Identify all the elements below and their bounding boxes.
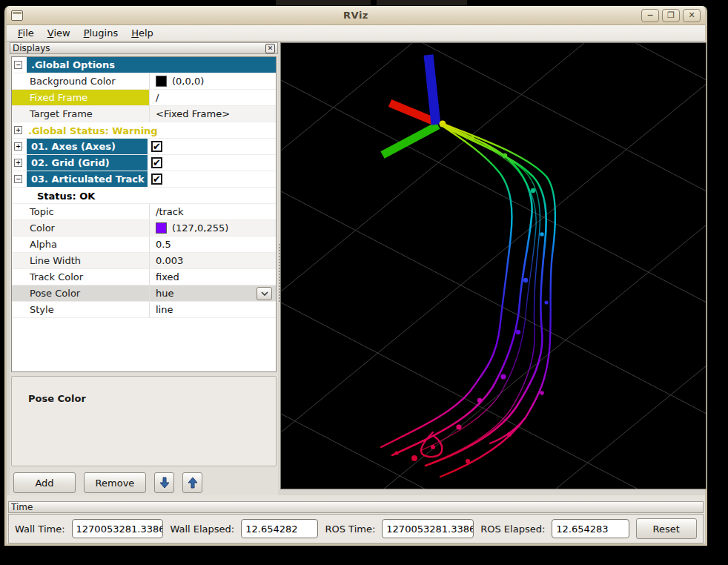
time-label-wall-elapsed: Wall Elapsed: <box>170 523 234 535</box>
prop-value-color[interactable]: (127,0,255) <box>149 220 276 236</box>
menu-plugins[interactable]: Plugins <box>77 26 125 40</box>
prop-value-text-color: (127,0,255) <box>172 222 228 234</box>
displays-buttons-row: Add Remove <box>11 471 277 495</box>
time-input-ros-elapsed[interactable]: 12.654283 <box>552 519 629 538</box>
prop-label-topic[interactable]: Topic <box>12 204 149 219</box>
tree-row-alpha[interactable]: Alpha0.5 <box>12 237 276 253</box>
tree-row-fixed-frame[interactable]: Fixed Frame/ <box>12 90 276 106</box>
enabled-checkbox-articulated-track[interactable]: ✔ <box>151 174 162 185</box>
tree-row-topic[interactable]: Topic/track <box>12 204 276 220</box>
tree-row-status-ok[interactable]: Status: OK <box>12 188 276 204</box>
displays-panel-titlebar[interactable]: Displays ✕ <box>10 42 278 54</box>
arrow-down-icon <box>159 477 170 489</box>
status-ok-label: Status: OK <box>37 191 95 202</box>
tree-row-global-options[interactable]: −.Global Options <box>12 57 276 73</box>
prop-value-topic[interactable]: /track <box>149 204 276 219</box>
time-panel-titlebar[interactable]: Time <box>8 501 704 513</box>
background-window-fragment <box>276 0 371 5</box>
menu-file[interactable]: File <box>11 26 41 40</box>
prop-value-text-track-color: fixed <box>156 271 179 282</box>
time-input-wall-elapsed[interactable]: 12.654282 <box>241 519 318 538</box>
prop-value-background-color[interactable]: (0,0,0) <box>149 73 276 89</box>
display-header-grid[interactable]: 02. Grid (Grid) <box>27 155 148 171</box>
prop-value-text-background-color: (0,0,0) <box>172 76 204 87</box>
property-help-box: Pose Color <box>11 376 277 466</box>
move-up-button[interactable] <box>182 472 202 493</box>
prop-value-text-topic: /track <box>156 206 183 217</box>
expand-icon[interactable]: + <box>14 159 22 167</box>
displays-tree: −.Global OptionsBackground Color(0,0,0)F… <box>11 56 277 372</box>
remove-display-button[interactable]: Remove <box>84 472 146 493</box>
prop-value-style[interactable]: line <box>149 302 276 317</box>
combo-dropdown-button[interactable] <box>257 287 272 300</box>
prop-label-line-width[interactable]: Line Width <box>12 253 149 268</box>
tree-row-global-status[interactable]: +.Global Status: Warning <box>12 122 276 139</box>
time-panel: Time Wall Time:1270053281.33864Wall Elap… <box>7 501 705 543</box>
status-warning-label: .Global Status: Warning <box>28 125 158 136</box>
prop-label-fixed-frame[interactable]: Fixed Frame <box>12 90 149 105</box>
expand-icon[interactable]: + <box>14 126 22 134</box>
menu-bar: FileViewPluginsHelp <box>7 25 705 42</box>
add-display-button[interactable]: Add <box>13 472 76 493</box>
tree-row-axes[interactable]: +01. Axes (Axes)✔ <box>12 139 276 155</box>
time-label-ros-time: ROS Time: <box>325 523 375 535</box>
tree-row-color[interactable]: Color(127,0,255) <box>12 220 276 237</box>
prop-value-text-target-frame: <Fixed Frame> <box>156 108 230 119</box>
main-area: Displays ✕ −.Global OptionsBackground Co… <box>7 42 705 495</box>
color-swatch-background-color[interactable] <box>156 76 167 87</box>
background-window-fragment <box>377 0 467 5</box>
prop-label-background-color[interactable]: Background Color <box>12 73 149 89</box>
display-header-articulated-track[interactable]: 03. Articulated Track <box>27 171 148 187</box>
display-header-axes[interactable]: 01. Axes (Axes) <box>27 139 148 154</box>
prop-value-text-pose-color: hue <box>156 288 173 299</box>
prop-value-text-line-width: 0.003 <box>156 255 183 266</box>
displays-panel: Displays ✕ −.Global OptionsBackground Co… <box>10 42 278 495</box>
tree-row-style[interactable]: Styleline <box>12 302 276 318</box>
color-swatch-color[interactable] <box>156 222 167 234</box>
tree-row-target-frame[interactable]: Target Frame<Fixed Frame> <box>12 106 276 122</box>
prop-value-fixed-frame[interactable]: / <box>149 90 276 105</box>
grid-lines <box>281 43 706 489</box>
chevron-down-icon <box>261 291 268 296</box>
prop-value-target-frame[interactable]: <Fixed Frame> <box>149 106 276 122</box>
property-help-title: Pose Color <box>28 393 276 404</box>
displays-close-icon[interactable]: ✕ <box>265 44 275 53</box>
time-label-ros-elapsed: ROS Elapsed: <box>480 523 545 535</box>
arrow-up-icon <box>188 477 198 489</box>
menu-help[interactable]: Help <box>125 26 160 40</box>
titlebar[interactable]: RViz − ❐ ✕ <box>7 6 705 25</box>
expand-icon[interactable]: + <box>14 142 22 151</box>
tree-row-track-color[interactable]: Track Colorfixed <box>12 269 276 285</box>
display-header-global-options[interactable]: .Global Options <box>27 57 276 73</box>
prop-label-style[interactable]: Style <box>12 302 149 317</box>
prop-value-text-style: line <box>156 304 173 315</box>
time-input-ros-time[interactable]: 1270053281.3386 <box>382 519 474 538</box>
prop-value-line-width[interactable]: 0.003 <box>149 253 276 268</box>
menu-view[interactable]: View <box>41 26 77 40</box>
enabled-checkbox-grid[interactable]: ✔ <box>151 157 162 168</box>
articulated-track-path <box>381 125 555 477</box>
prop-label-color[interactable]: Color <box>12 220 149 236</box>
prop-label-pose-color[interactable]: Pose Color <box>12 285 149 301</box>
prop-label-track-color[interactable]: Track Color <box>12 269 149 285</box>
move-down-button[interactable] <box>154 472 174 493</box>
tree-row-articulated-track[interactable]: −03. Articulated Track✔ <box>12 171 276 188</box>
prop-label-target-frame[interactable]: Target Frame <box>12 106 149 122</box>
collapse-icon[interactable]: − <box>14 175 22 183</box>
tree-row-background-color[interactable]: Background Color(0,0,0) <box>12 73 276 90</box>
window-title: RViz <box>7 10 705 21</box>
tree-row-grid[interactable]: +02. Grid (Grid)✔ <box>12 155 276 171</box>
prop-label-alpha[interactable]: Alpha <box>12 237 149 252</box>
collapse-icon[interactable]: − <box>14 61 22 69</box>
displays-panel-title: Displays <box>13 43 50 53</box>
prop-value-alpha[interactable]: 0.5 <box>149 237 276 252</box>
tree-row-line-width[interactable]: Line Width0.003 <box>12 253 276 269</box>
enabled-checkbox-axes[interactable]: ✔ <box>151 141 162 152</box>
origin-axes <box>383 55 438 155</box>
prop-value-track-color[interactable]: fixed <box>149 269 276 285</box>
time-fields-row: Wall Time:1270053281.33864Wall Elapsed:1… <box>8 514 704 543</box>
tree-row-pose-color[interactable]: Pose Colorhue <box>12 285 276 302</box>
render-viewport[interactable] <box>280 42 707 489</box>
reset-time-button[interactable]: Reset <box>636 518 697 539</box>
time-input-wall-time[interactable]: 1270053281.33864 <box>72 519 164 538</box>
